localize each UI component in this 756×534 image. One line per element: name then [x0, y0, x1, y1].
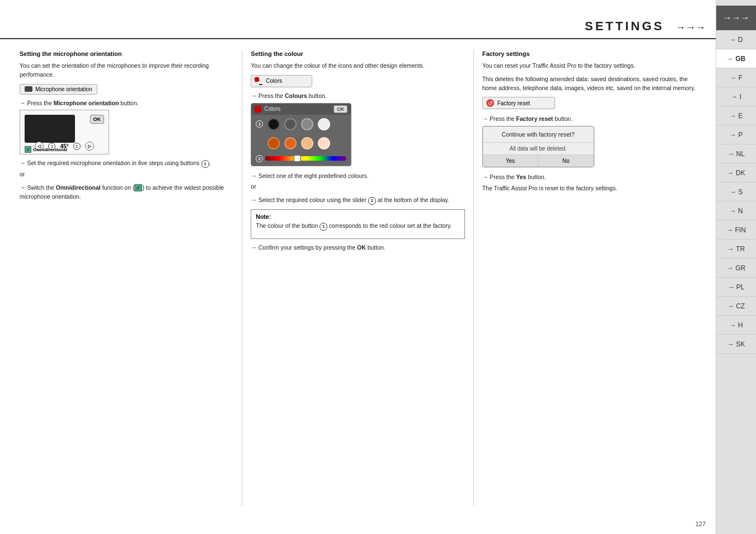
col2-or1: or [251, 182, 464, 191]
factory-reset-icon [486, 99, 494, 107]
sidebar-item-h[interactable]: → H [716, 316, 756, 335]
sidebar-item-nl[interactable]: → NL [716, 144, 756, 163]
colors-button[interactable]: Colors [251, 75, 312, 87]
note-title: Note: [256, 213, 459, 220]
color-dot-gray[interactable] [301, 118, 313, 130]
sidebar-item-d[interactable]: → D [716, 30, 756, 49]
sidebar-item-i[interactable]: → I [716, 87, 756, 106]
col3-title: Factory settings [482, 50, 696, 57]
mic-screen [25, 115, 75, 143]
color-dot-light-orange[interactable] [301, 137, 313, 149]
sidebar-arrows-top: →→→ [716, 6, 756, 30]
col1-step2: Set the required microphone orientation … [20, 159, 233, 168]
colors-panel-icon [254, 105, 262, 113]
sidebar-item-f[interactable]: → F [716, 68, 756, 87]
colors-row-2 [251, 134, 351, 153]
dialog-no-button[interactable]: No [538, 155, 594, 167]
dialog-submessage: All data will be deleted. [483, 143, 594, 155]
microphone-icon [25, 86, 32, 92]
col2-colours-bold: Colours [285, 92, 307, 99]
microphone-orientation-image: OK ◁ 1 45° 1 ▷ ✓ Omnidirectional [20, 110, 109, 154]
col2-step3: Select the required colour using the sli… [251, 196, 464, 205]
color-dot-peach[interactable] [318, 137, 330, 149]
col-factory: Factory settings You can reset your Traf… [474, 50, 705, 506]
header-title: SETTINGS [585, 19, 664, 34]
col1-check-icon: ✓ [134, 184, 142, 191]
page-number: 127 [696, 521, 706, 527]
mic-circle-2: 1 [73, 143, 81, 150]
col3-yes-bold: Yes [516, 174, 526, 180]
sidebar-item-n[interactable]: → N [716, 202, 756, 221]
color-dot-orange[interactable] [284, 137, 297, 149]
factory-reset-button[interactable]: Factory reset [482, 97, 555, 109]
col3-step1: Press the Factory reset button. [482, 115, 696, 124]
colors-panel-title: Colors [255, 106, 280, 113]
color-dot-dark-gray[interactable] [284, 118, 297, 130]
color-dot-black[interactable] [267, 118, 280, 130]
sidebar-item-tr[interactable]: → TR [716, 240, 756, 259]
col2-slider-circle: 2 [368, 197, 376, 205]
sidebar-item-p[interactable]: → P [716, 125, 756, 144]
dialog-message: Continue with factory reset? [483, 127, 594, 143]
col1-step1: Press the Microphone orientation button. [20, 99, 233, 108]
col1-btn-circle: 1 [201, 160, 209, 168]
col3-intro: You can reset your Traffic Assist Pro to… [482, 62, 696, 71]
note-text: The colour of the button 1 corresponds t… [256, 222, 459, 231]
dialog-yes-button[interactable]: Yes [483, 155, 539, 167]
col2-ok-bold: OK [357, 244, 366, 251]
microphone-orientation-button[interactable]: Microphone orientation [20, 84, 97, 95]
mic-checkbox[interactable]: ✓ [25, 146, 31, 153]
sidebar-item-pl[interactable]: → PL [716, 278, 756, 297]
col-microphone: Setting the microphone orientation You c… [11, 50, 242, 506]
col2-intro: You can change the colour of the icons a… [251, 62, 464, 71]
sidebar-item-e[interactable]: → E [716, 106, 756, 125]
colors-panel-title-text: Colors [264, 106, 280, 112]
col2-step4: Confirm your settings by pressing the OK… [251, 243, 464, 252]
colors-slider-row: 2 [251, 153, 351, 166]
sidebar-item-dk[interactable]: → DK [716, 163, 756, 182]
colors-circle-2: 2 [256, 155, 263, 162]
col2-step1: Press the Colours button. [251, 92, 464, 101]
colors-slider[interactable] [265, 156, 346, 161]
factory-button-label: Factory reset [497, 100, 530, 106]
note-circle: 1 [320, 223, 327, 231]
sidebar-item-s[interactable]: → S [716, 182, 756, 202]
col1-or1: or [20, 170, 233, 179]
sidebar-item-cz[interactable]: → CZ [716, 297, 756, 316]
colors-button-label: Colors [266, 78, 282, 84]
main-content: Setting the microphone orientation You c… [0, 39, 716, 512]
mic-right-btn[interactable]: ▷ [85, 142, 94, 151]
col3-note: This deletes the following amended data:… [482, 75, 696, 93]
color-dot-white[interactable] [318, 118, 330, 130]
color-dot-dark-orange[interactable] [267, 137, 280, 149]
sidebar-item-fin[interactable]: → FIN [716, 221, 756, 240]
col3-factory-bold: Factory reset [516, 115, 553, 122]
colors-icon [255, 77, 262, 85]
header-arrows: →→→ [675, 22, 706, 34]
microphone-button-label: Microphone orientation [35, 86, 92, 92]
colors-row-1: 1 [251, 115, 351, 134]
col1-intro: You can set the orientation of the micro… [20, 62, 233, 79]
col-colour: Setting the colour You can change the co… [242, 50, 473, 506]
sidebar-item-gr[interactable]: → GR [716, 259, 756, 278]
sidebar: →→→ → D → GB → F → I → E → P → NL → DK →… [716, 0, 756, 534]
col1-omnidirectional-bold: Omnidirectional [56, 184, 101, 191]
page-header: SETTINGS →→→ [0, 0, 756, 39]
col2-title: Setting the colour [251, 50, 464, 57]
factory-reset-dialog: Continue with factory reset? All data wi… [482, 126, 594, 167]
colors-panel: Colors OK 1 2 [251, 103, 351, 166]
sidebar-item-gb[interactable]: → GB [716, 49, 756, 68]
col3-step2: Press the Yes button. [482, 173, 696, 182]
colors-row2-spacer [256, 139, 263, 147]
omnidirectional-label: Omnidirectional [33, 147, 67, 152]
col2-step2: Select one of the eight predefined colou… [251, 172, 464, 181]
sidebar-item-sk[interactable]: → SK [716, 335, 756, 354]
col1-step1-bold: Microphone orientation [54, 100, 119, 106]
colors-panel-ok-button[interactable]: OK [334, 105, 348, 113]
colors-slider-handle[interactable] [294, 155, 300, 162]
col1-title: Setting the microphone orientation [20, 50, 233, 57]
col3-result: The Traffic Assist Pro is reset to the f… [482, 184, 696, 193]
colors-circle-1: 1 [256, 120, 263, 128]
note-box: Note: The colour of the button 1 corresp… [251, 209, 464, 239]
dialog-buttons: Yes No [483, 155, 594, 167]
